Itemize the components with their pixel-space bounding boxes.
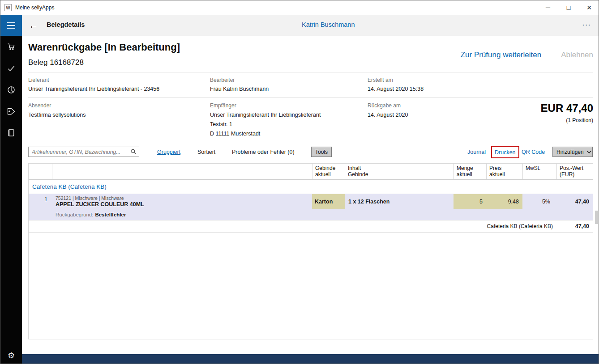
- bearbeiter-value: Frau Katrin Buschmann: [210, 86, 269, 92]
- user-name-button[interactable]: Katrin Buschmann: [302, 21, 355, 28]
- group-summary-row: Cafeteria KB (Cafeteria KB) 47,40: [29, 220, 593, 233]
- sidebar-item-statistics[interactable]: [0, 81, 22, 99]
- absender-label: Absender: [28, 102, 51, 109]
- forward-for-review-button[interactable]: Zur Prüfung weiterleiten: [461, 51, 541, 59]
- search-box: [28, 147, 139, 157]
- return-reason-row: Rückgabegrund: Bestellfehler: [29, 209, 593, 220]
- col-mwst: MwSt.: [522, 164, 556, 179]
- app-title: Meine sellyApps: [15, 4, 54, 11]
- probleme-fehler-link[interactable]: Probleme oder Fehler (0): [232, 149, 295, 155]
- hamburger-menu-button[interactable]: [0, 15, 22, 36]
- menge-cell[interactable]: 5: [454, 194, 486, 209]
- document-number: Beleg 16168728: [28, 58, 84, 67]
- divider: [28, 97, 593, 97]
- hinzufuegen-label: Hinzufügen: [556, 149, 584, 155]
- tag-icon: [7, 107, 16, 116]
- absender-value: Testfirma sellysolutions: [28, 112, 86, 118]
- back-button[interactable]: ←: [26, 18, 41, 33]
- sidebar-item-cart[interactable]: [0, 38, 22, 55]
- col-menge: Mengeaktuell: [454, 164, 486, 179]
- hamburger-icon: [7, 25, 15, 26]
- check-icon: [7, 64, 16, 73]
- empfaenger-line1: Unser Trainingslieferant Ihr Lieblingsli…: [210, 112, 321, 118]
- col-rownum: [29, 164, 52, 179]
- search-icon[interactable]: [130, 148, 137, 157]
- mwst-cell: 5%: [522, 194, 556, 209]
- col-preis: Preisaktuell: [486, 164, 522, 179]
- main-content: Warenrückgabe [In Bearbeitung] Beleg 161…: [22, 36, 599, 354]
- search-input[interactable]: [28, 147, 139, 157]
- group-header-row: Cafeteria KB (Cafeteria KB): [29, 180, 593, 194]
- drucken-highlight-box: Drucken: [491, 146, 519, 158]
- col-poswert: Pos.-Wert(EUR): [556, 164, 593, 179]
- sidebar: ⚙: [0, 36, 22, 364]
- gebinde-cell[interactable]: Karton: [312, 194, 345, 209]
- item-toolbar: Gruppiert Sortiert Probleme oder Fehler …: [22, 146, 599, 159]
- app-icon: W: [4, 4, 12, 11]
- lieferant-label: Lieferant: [28, 77, 49, 83]
- divider: [28, 72, 593, 72]
- article-meta: 752121 | Mischware | Mischware: [56, 195, 124, 201]
- sidebar-item-journal[interactable]: [0, 124, 22, 142]
- chevron-down-icon: [587, 149, 591, 155]
- article-name: APPEL ZUCKER COULEUR 40ML: [56, 201, 144, 208]
- tools-button[interactable]: Tools: [311, 147, 332, 157]
- close-button[interactable]: ×: [579, 0, 599, 15]
- document-title: Warenrückgabe [In Bearbeitung]: [28, 42, 180, 53]
- position-count: (1 Position): [566, 117, 593, 123]
- journal-link[interactable]: Journal: [467, 149, 486, 155]
- return-reason-label: Rückgabegrund:: [56, 212, 93, 217]
- book-icon: [7, 128, 16, 137]
- empfaenger-line3: D 11111 Musterstadt: [210, 131, 260, 137]
- col-inhalt: InhaltGebinde: [345, 164, 454, 179]
- empfaenger-label: Empfänger: [210, 102, 236, 109]
- erstellt-value: 14. August 2020 15:38: [368, 86, 424, 92]
- document-actions: Zur Prüfung weiterleiten Ablehnen: [461, 51, 593, 59]
- col-article: [52, 164, 312, 179]
- positions-table: Gebindeaktuell InhaltGebinde Mengeaktuel…: [28, 163, 593, 339]
- table-row[interactable]: 1 752121 | Mischware | Mischware APPEL Z…: [29, 194, 593, 209]
- row-number: 1: [29, 194, 52, 209]
- more-options-button[interactable]: ···: [579, 17, 594, 33]
- settings-button[interactable]: ⚙: [0, 349, 22, 362]
- hinzufuegen-dropdown[interactable]: Hinzufügen: [552, 147, 593, 157]
- article-cell: 752121 | Mischware | Mischware APPEL ZUC…: [52, 194, 312, 209]
- group-summary-label: Cafeteria KB (Cafeteria KB): [29, 220, 556, 232]
- pie-chart-icon: [7, 85, 16, 94]
- drucken-link[interactable]: Drucken: [495, 149, 516, 156]
- empfaenger-line2: Teststr. 1: [210, 121, 232, 127]
- sidebar-item-tasks[interactable]: [0, 59, 22, 77]
- minimize-button[interactable]: ─: [538, 0, 558, 15]
- rueckgabe-value: 14. August 2020: [368, 112, 408, 118]
- app-window: W Meine sellyApps ─ □ × ← Belegdetails K…: [0, 0, 599, 364]
- bottom-status-bar: [22, 354, 599, 364]
- lieferant-value: Unser Trainingslieferant Ihr Lieblingsli…: [28, 86, 159, 92]
- qr-code-link[interactable]: QR Code: [522, 149, 545, 155]
- group-summary-value: 47,40: [556, 220, 593, 232]
- page-header-title: Belegdetails: [47, 21, 85, 28]
- bearbeiter-label: Bearbeiter: [210, 77, 235, 83]
- document-total: EUR 47,40: [541, 102, 593, 114]
- col-gebinde: Gebindeaktuell: [312, 164, 345, 179]
- preis-cell[interactable]: 9,48: [486, 194, 522, 209]
- group-header-link[interactable]: Cafeteria KB (Cafeteria KB): [32, 183, 107, 190]
- rueckgabe-label: Rückgabe am: [368, 102, 401, 109]
- gear-icon: ⚙: [8, 351, 15, 360]
- return-reason-value: Bestellfehler: [95, 212, 126, 217]
- cart-icon: [7, 42, 16, 51]
- maximize-button[interactable]: □: [558, 0, 579, 15]
- erstellt-label: Erstellt am: [368, 77, 393, 83]
- header-bar: ← Belegdetails Katrin Buschmann ···: [0, 15, 599, 36]
- sortiert-toggle[interactable]: Sortiert: [197, 149, 215, 155]
- reject-button[interactable]: Ablehnen: [561, 51, 593, 59]
- sidebar-item-prices[interactable]: [0, 102, 22, 120]
- window-controls: ─ □ ×: [538, 0, 599, 15]
- gruppiert-toggle[interactable]: Gruppiert: [157, 149, 180, 155]
- table-header-row: Gebindeaktuell InhaltGebinde Mengeaktuel…: [29, 164, 593, 180]
- titlebar: W Meine sellyApps ─ □ ×: [0, 0, 599, 15]
- poswert-cell: 47,40: [556, 194, 593, 209]
- scrollbar-thumb[interactable]: [595, 211, 598, 224]
- inhalt-cell: 1 x 12 Flaschen: [345, 194, 454, 209]
